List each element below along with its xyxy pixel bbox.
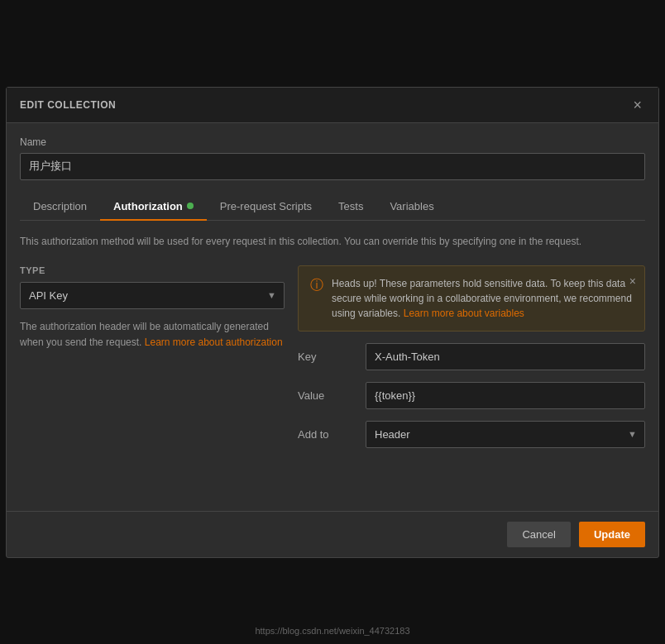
- tab-pre-request-scripts[interactable]: Pre-request Scripts: [207, 193, 325, 221]
- modal-footer: Cancel Update: [7, 511, 658, 557]
- modal-title: EDIT COLLECTION: [20, 99, 116, 111]
- add-to-label: Add to: [298, 428, 356, 441]
- tab-description[interactable]: Description: [20, 193, 100, 221]
- name-field-group: Name: [20, 136, 645, 180]
- authorization-dot: [187, 203, 194, 209]
- name-input[interactable]: [20, 153, 645, 180]
- key-label: Key: [298, 351, 356, 363]
- right-panel: ⓘ Heads up! These parameters hold sensit…: [298, 265, 645, 448]
- left-panel: TYPE No Auth API Key API Key Bearer Toke…: [20, 265, 285, 448]
- alert-close-button[interactable]: ×: [629, 274, 636, 288]
- add-to-field-row: Add to Header Query Params ▼: [298, 421, 645, 448]
- description-text: The authorization header will be automat…: [20, 319, 285, 351]
- type-select-wrapper: No Auth API Key API Key Bearer Token Bas…: [20, 282, 285, 309]
- value-field-row: Value: [298, 382, 645, 409]
- alert-learn-more-link[interactable]: Learn more about variables: [404, 308, 524, 319]
- alert-box: ⓘ Heads up! These parameters hold sensit…: [298, 265, 645, 332]
- type-label: TYPE: [20, 265, 285, 275]
- alert-text: Heads up! These parameters hold sensitiv…: [332, 276, 633, 321]
- value-input[interactable]: [366, 382, 645, 409]
- content-area: TYPE No Auth API Key API Key Bearer Toke…: [20, 265, 645, 448]
- tab-tests[interactable]: Tests: [325, 193, 376, 221]
- key-input[interactable]: [366, 343, 645, 370]
- tab-variables[interactable]: Variables: [376, 193, 447, 221]
- update-button[interactable]: Update: [579, 522, 645, 547]
- learn-more-link[interactable]: Learn more about authorization: [145, 336, 283, 348]
- key-field-row: Key: [298, 343, 645, 370]
- type-select[interactable]: No Auth API Key API Key Bearer Token Bas…: [20, 282, 285, 309]
- value-label: Value: [298, 389, 356, 402]
- modal-header: EDIT COLLECTION ×: [7, 88, 658, 123]
- watermark: https://blog.csdn.net/weixin_44732183: [0, 626, 665, 636]
- tabs-bar: Description Authorization Pre-request Sc…: [20, 193, 645, 221]
- info-text: This authorization method will be used f…: [20, 231, 645, 252]
- close-button[interactable]: ×: [629, 98, 645, 112]
- tab-authorization[interactable]: Authorization: [100, 193, 207, 221]
- alert-icon: ⓘ: [310, 277, 323, 294]
- cancel-button[interactable]: Cancel: [507, 522, 570, 547]
- add-to-select[interactable]: Header Query Params: [366, 421, 645, 448]
- add-to-select-wrapper: Header Query Params ▼: [366, 421, 645, 448]
- name-label: Name: [20, 136, 645, 148]
